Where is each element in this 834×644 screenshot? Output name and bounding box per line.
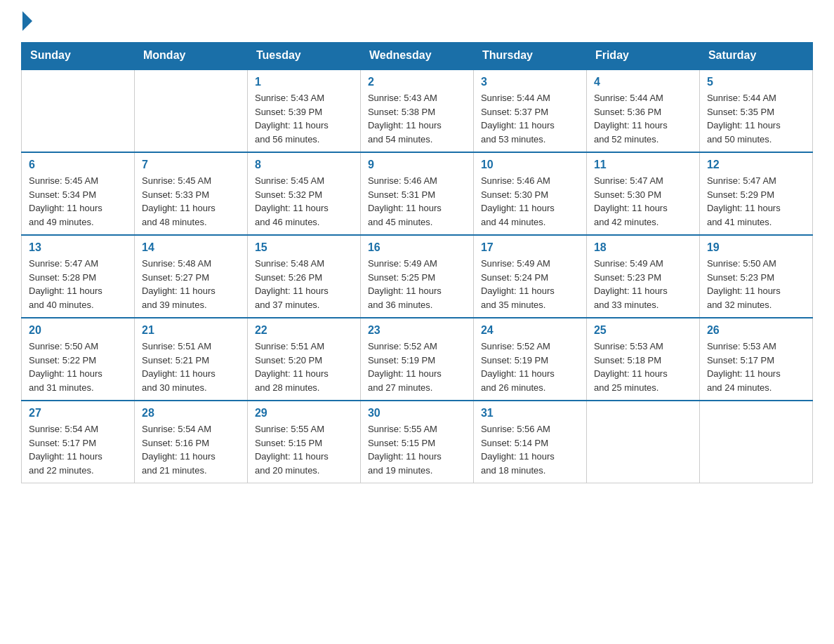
day-info: Sunrise: 5:52 AMSunset: 5:19 PMDaylight:… [368,340,466,394]
calendar-cell: 9Sunrise: 5:46 AMSunset: 5:31 PMDaylight… [360,152,473,235]
calendar-cell: 27Sunrise: 5:54 AMSunset: 5:17 PMDayligh… [22,401,135,483]
day-of-week-header: Sunday [22,42,135,69]
day-of-week-header: Friday [586,42,699,69]
logo-arrow-icon [22,11,32,31]
day-info: Sunrise: 5:56 AMSunset: 5:14 PMDaylight:… [481,422,579,477]
calendar-cell: 6Sunrise: 5:45 AMSunset: 5:34 PMDaylight… [22,152,135,235]
calendar-cell: 15Sunrise: 5:48 AMSunset: 5:26 PMDayligh… [247,235,360,318]
calendar-cell: 8Sunrise: 5:45 AMSunset: 5:32 PMDaylight… [247,152,360,235]
day-info: Sunrise: 5:51 AMSunset: 5:20 PMDaylight:… [255,340,353,394]
day-info: Sunrise: 5:55 AMSunset: 5:15 PMDaylight:… [255,422,353,477]
calendar-week-row: 6Sunrise: 5:45 AMSunset: 5:34 PMDaylight… [22,152,813,235]
calendar-cell: 1Sunrise: 5:43 AMSunset: 5:39 PMDaylight… [247,69,360,152]
calendar-cell: 25Sunrise: 5:53 AMSunset: 5:18 PMDayligh… [586,318,699,401]
day-number: 20 [29,324,127,337]
day-info: Sunrise: 5:43 AMSunset: 5:38 PMDaylight:… [368,91,466,146]
day-number: 25 [594,324,692,337]
day-info: Sunrise: 5:50 AMSunset: 5:23 PMDaylight:… [707,257,805,311]
calendar-cell: 3Sunrise: 5:44 AMSunset: 5:37 PMDaylight… [473,69,586,152]
day-number: 1 [255,76,353,88]
day-info: Sunrise: 5:48 AMSunset: 5:27 PMDaylight:… [142,257,240,311]
day-info: Sunrise: 5:50 AMSunset: 5:22 PMDaylight:… [29,340,127,394]
day-number: 31 [481,407,579,420]
calendar-cell: 30Sunrise: 5:55 AMSunset: 5:15 PMDayligh… [360,401,473,483]
day-of-week-header: Monday [134,42,247,69]
day-info: Sunrise: 5:43 AMSunset: 5:39 PMDaylight:… [255,91,353,146]
calendar-cell: 2Sunrise: 5:43 AMSunset: 5:38 PMDaylight… [360,69,473,152]
day-number: 6 [29,159,127,171]
calendar-cell: 4Sunrise: 5:44 AMSunset: 5:36 PMDaylight… [586,69,699,152]
day-number: 12 [707,159,805,171]
calendar-cell: 18Sunrise: 5:49 AMSunset: 5:23 PMDayligh… [586,235,699,318]
calendar-header-row: SundayMondayTuesdayWednesdayThursdayFrid… [22,42,813,69]
day-number: 28 [142,407,240,420]
day-number: 26 [707,324,805,337]
calendar-cell: 24Sunrise: 5:52 AMSunset: 5:19 PMDayligh… [473,318,586,401]
day-number: 18 [594,241,692,254]
day-info: Sunrise: 5:52 AMSunset: 5:19 PMDaylight:… [481,340,579,394]
day-number: 5 [707,76,805,88]
day-number: 7 [142,159,240,171]
day-info: Sunrise: 5:44 AMSunset: 5:36 PMDaylight:… [594,91,692,146]
day-info: Sunrise: 5:47 AMSunset: 5:29 PMDaylight:… [707,174,805,229]
day-info: Sunrise: 5:48 AMSunset: 5:26 PMDaylight:… [255,257,353,311]
day-number: 8 [255,159,353,171]
logo [21,14,32,28]
day-info: Sunrise: 5:51 AMSunset: 5:21 PMDaylight:… [142,340,240,394]
day-number: 17 [481,241,579,254]
day-number: 11 [594,159,692,171]
calendar-cell: 5Sunrise: 5:44 AMSunset: 5:35 PMDaylight… [699,69,812,152]
calendar-cell: 26Sunrise: 5:53 AMSunset: 5:17 PMDayligh… [699,318,812,401]
day-info: Sunrise: 5:53 AMSunset: 5:17 PMDaylight:… [707,340,805,394]
day-number: 15 [255,241,353,254]
calendar-cell: 11Sunrise: 5:47 AMSunset: 5:30 PMDayligh… [586,152,699,235]
day-number: 13 [29,241,127,254]
day-number: 22 [255,324,353,337]
calendar-cell: 29Sunrise: 5:55 AMSunset: 5:15 PMDayligh… [247,401,360,483]
calendar-cell: 13Sunrise: 5:47 AMSunset: 5:28 PMDayligh… [22,235,135,318]
day-of-week-header: Tuesday [247,42,360,69]
calendar-cell: 12Sunrise: 5:47 AMSunset: 5:29 PMDayligh… [699,152,812,235]
day-of-week-header: Saturday [699,42,812,69]
day-info: Sunrise: 5:46 AMSunset: 5:30 PMDaylight:… [481,174,579,229]
day-number: 2 [368,76,466,88]
day-info: Sunrise: 5:49 AMSunset: 5:23 PMDaylight:… [594,257,692,311]
day-number: 23 [368,324,466,337]
calendar-cell: 14Sunrise: 5:48 AMSunset: 5:27 PMDayligh… [134,235,247,318]
calendar-table: SundayMondayTuesdayWednesdayThursdayFrid… [21,42,813,483]
day-of-week-header: Thursday [473,42,586,69]
calendar-cell: 28Sunrise: 5:54 AMSunset: 5:16 PMDayligh… [134,401,247,483]
calendar-cell [22,69,135,152]
calendar-week-row: 20Sunrise: 5:50 AMSunset: 5:22 PMDayligh… [22,318,813,401]
day-number: 19 [707,241,805,254]
day-number: 10 [481,159,579,171]
day-info: Sunrise: 5:49 AMSunset: 5:24 PMDaylight:… [481,257,579,311]
calendar-cell: 21Sunrise: 5:51 AMSunset: 5:21 PMDayligh… [134,318,247,401]
day-number: 24 [481,324,579,337]
calendar-cell: 22Sunrise: 5:51 AMSunset: 5:20 PMDayligh… [247,318,360,401]
calendar-cell: 19Sunrise: 5:50 AMSunset: 5:23 PMDayligh… [699,235,812,318]
calendar-cell [586,401,699,483]
calendar-cell: 31Sunrise: 5:56 AMSunset: 5:14 PMDayligh… [473,401,586,483]
day-info: Sunrise: 5:55 AMSunset: 5:15 PMDaylight:… [368,422,466,477]
calendar-week-row: 1Sunrise: 5:43 AMSunset: 5:39 PMDaylight… [22,69,813,152]
calendar-cell: 7Sunrise: 5:45 AMSunset: 5:33 PMDaylight… [134,152,247,235]
day-of-week-header: Wednesday [360,42,473,69]
day-info: Sunrise: 5:45 AMSunset: 5:34 PMDaylight:… [29,174,127,229]
day-info: Sunrise: 5:47 AMSunset: 5:30 PMDaylight:… [594,174,692,229]
day-number: 4 [594,76,692,88]
day-info: Sunrise: 5:44 AMSunset: 5:35 PMDaylight:… [707,91,805,146]
day-number: 14 [142,241,240,254]
calendar-week-row: 13Sunrise: 5:47 AMSunset: 5:28 PMDayligh… [22,235,813,318]
calendar-cell: 10Sunrise: 5:46 AMSunset: 5:30 PMDayligh… [473,152,586,235]
day-number: 3 [481,76,579,88]
calendar-cell: 23Sunrise: 5:52 AMSunset: 5:19 PMDayligh… [360,318,473,401]
calendar-cell: 17Sunrise: 5:49 AMSunset: 5:24 PMDayligh… [473,235,586,318]
day-info: Sunrise: 5:44 AMSunset: 5:37 PMDaylight:… [481,91,579,146]
calendar-week-row: 27Sunrise: 5:54 AMSunset: 5:17 PMDayligh… [22,401,813,483]
day-number: 27 [29,407,127,420]
day-info: Sunrise: 5:54 AMSunset: 5:17 PMDaylight:… [29,422,127,477]
day-info: Sunrise: 5:47 AMSunset: 5:28 PMDaylight:… [29,257,127,311]
calendar-cell: 16Sunrise: 5:49 AMSunset: 5:25 PMDayligh… [360,235,473,318]
calendar-cell [134,69,247,152]
